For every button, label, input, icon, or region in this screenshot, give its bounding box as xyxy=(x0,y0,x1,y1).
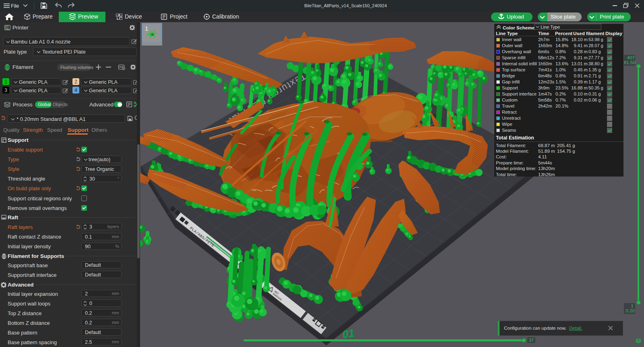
svg-text:01: 01 xyxy=(343,326,355,341)
